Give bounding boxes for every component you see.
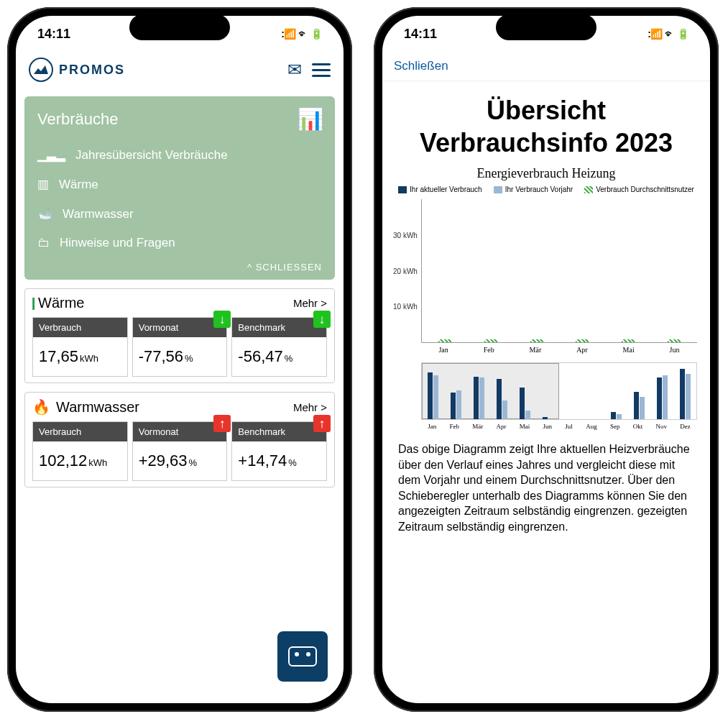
chevron-up-icon: ^ — [247, 262, 252, 273]
brand-logo-icon — [29, 58, 53, 82]
warmwasser-more-link[interactable]: Mehr > — [293, 401, 327, 413]
stat-value: 102,12kWh — [33, 441, 127, 480]
status-time: 14:11 — [37, 27, 70, 42]
signal-icon: :📶 — [281, 28, 295, 40]
warmwasser-title: Warmwasser — [56, 399, 139, 416]
status-time: 14:11 — [404, 27, 437, 42]
legend-avg: Verbrauch Durchschnittsnutzer — [596, 186, 694, 193]
screen-right: 14:11 :📶 ᯤ 🔋 Schließen Übersicht Verbrau… — [382, 16, 710, 703]
nav-label: Hinweise und Fragen — [60, 236, 175, 250]
wifi-icon: ᯤ — [298, 28, 308, 40]
app-header: PROMOS ✉ — [16, 52, 344, 88]
stat-box: Verbrauch 17,65kWh — [32, 317, 128, 377]
bot-icon — [288, 646, 317, 667]
legend-current: Ihr aktueller Verbrauch — [410, 186, 482, 193]
stat-value: +29,63% — [133, 441, 227, 480]
stat-box: Benchmark -56,47%↓ — [231, 317, 327, 377]
arrow-down-icon: ↓ — [213, 311, 231, 328]
arrow-down-icon: ↓ — [313, 311, 331, 328]
brand-text: PROMOS — [59, 63, 125, 78]
stat-box: Vormonat -77,56%↓ — [132, 317, 228, 377]
chart-legend: Ihr aktueller Verbrauch Ihr Verbrauch Vo… — [382, 186, 710, 193]
chart-icon: 📊 — [297, 106, 322, 132]
stat-value: -77,56% — [133, 337, 227, 376]
chart-description: Das obige Diagramm zeigt Ihre aktuellen … — [382, 430, 710, 546]
mail-icon[interactable]: ✉ — [287, 60, 302, 80]
consumption-card: Verbräuche 📊 ▁▃▂ Jahresübersicht Verbräu… — [24, 96, 335, 280]
waerme-card: ||||| Wärme Mehr > Verbrauch 17,65kWhVor… — [24, 288, 335, 383]
tub-icon: 🛁 — [37, 206, 52, 221]
menu-icon[interactable] — [312, 63, 331, 77]
mini-x-labels: JanFebMärAprMaiJunJulAugSepOktNovDez — [421, 423, 697, 430]
y-tick: 30 kWh — [393, 231, 418, 239]
stat-label: Verbrauch — [33, 422, 127, 441]
stat-value: -56,47% — [232, 337, 326, 376]
folder-icon: 🗀 — [37, 236, 50, 250]
battery-icon: 🔋 — [677, 28, 688, 40]
phone-left: 14:11 :📶 ᯤ 🔋 PROMOS ✉ Verbräuc — [7, 7, 352, 712]
notch — [496, 14, 596, 40]
waerme-title: Wärme — [38, 295, 84, 311]
stat-value: 17,65kWh — [33, 337, 127, 376]
nav-label: Warmwasser — [63, 207, 134, 221]
stat-label: Benchmark — [232, 422, 326, 441]
brand[interactable]: PROMOS — [29, 58, 125, 82]
stat-box: Benchmark +14,74%↑ — [231, 421, 327, 481]
y-tick: 20 kWh — [393, 267, 418, 275]
consumption-title: Verbräuche — [37, 110, 119, 129]
radiator-icon: ▥ — [37, 177, 49, 192]
flame-icon: 🔥 — [32, 398, 50, 416]
nav-heating[interactable]: ▥ Wärme — [37, 170, 322, 199]
close-card-button[interactable]: ^ SCHLIESSEN — [37, 257, 322, 273]
warmwasser-card: 🔥 Warmwasser Mehr > Verbrauch 102,12kWhV… — [24, 392, 335, 487]
close-button[interactable]: Schließen — [382, 52, 710, 81]
screen-left: 14:11 :📶 ᯤ 🔋 PROMOS ✉ Verbräuc — [16, 16, 344, 703]
nav-hints[interactable]: 🗀 Hinweise und Fragen — [37, 229, 322, 257]
page-title: Übersicht Verbrauchsinfo 2023 — [382, 81, 710, 166]
battery-icon: 🔋 — [310, 28, 322, 40]
range-slider-chart[interactable] — [421, 362, 697, 420]
status-icons: :📶 ᯤ 🔋 — [648, 28, 688, 40]
arrow-up-icon: ↑ — [313, 415, 331, 432]
chatbot-button[interactable] — [277, 631, 328, 682]
nav-label: Wärme — [59, 178, 98, 192]
notch — [129, 14, 230, 40]
nav-annual-overview[interactable]: ▁▃▂ Jahresübersicht Verbräuche — [37, 140, 322, 170]
stat-box: Vormonat +29,63%↑ — [132, 421, 228, 481]
waerme-more-link[interactable]: Mehr > — [293, 297, 327, 309]
legend-prev: Ihr Verbrauch Vorjahr — [505, 186, 573, 193]
chart-title: Energieverbrauch Heizung — [382, 166, 710, 181]
wifi-icon: ᯤ — [665, 28, 674, 40]
bar-icon: ▁▃▂ — [37, 147, 65, 162]
stat-label: Vormonat — [133, 422, 227, 441]
signal-icon: :📶 — [648, 28, 662, 40]
phone-right: 14:11 :📶 ᯤ 🔋 Schließen Übersicht Verbrau… — [374, 7, 719, 712]
stat-value: +14,74% — [232, 441, 326, 480]
stat-label: Verbrauch — [33, 318, 127, 337]
status-icons: :📶 ᯤ 🔋 — [281, 28, 322, 40]
nav-hotwater[interactable]: 🛁 Warmwasser — [37, 199, 322, 229]
arrow-up-icon: ↑ — [213, 415, 231, 432]
stat-label: Benchmark — [232, 318, 326, 337]
stat-box: Verbrauch 102,12kWh — [32, 421, 128, 481]
stat-label: Vormonat — [133, 318, 227, 337]
main-chart: 10 kWh20 kWh30 kWh JanFebMärAprMaiJun — [382, 199, 710, 354]
y-tick: 10 kWh — [393, 303, 418, 311]
nav-label: Jahresübersicht Verbräuche — [75, 148, 228, 162]
